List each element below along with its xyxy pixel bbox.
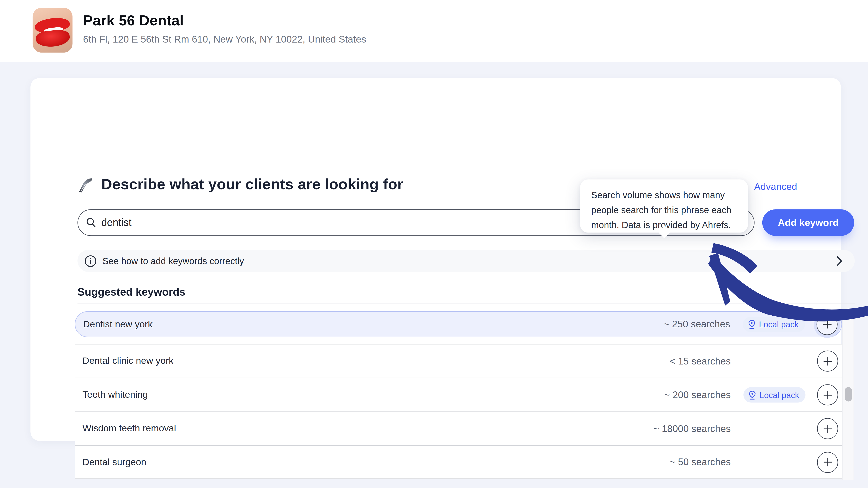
keyword-label: Dental clinic new york	[83, 356, 670, 367]
local-pack-label: Local pack	[760, 390, 799, 399]
page-header: Park 56 Dental 6th Fl, 120 E 56th St Rm …	[0, 0, 868, 62]
badge-column: Local pack	[731, 387, 817, 402]
keyword-row[interactable]: Dental surgeon ~ 50 searches	[75, 445, 842, 479]
keywords-card: Describe what your clients are looking f…	[30, 78, 841, 441]
info-banner[interactable]: See how to add keywords correctly	[78, 250, 855, 272]
add-keyword-row-button[interactable]	[817, 452, 838, 472]
plus-icon	[823, 390, 832, 399]
keyword-label: Teeth whitening	[83, 389, 664, 400]
scrollbar-thumb[interactable]	[845, 387, 852, 401]
add-keyword-row-button[interactable]	[816, 314, 838, 335]
business-logo	[33, 8, 73, 53]
search-volume: ~ 18000 searches	[653, 423, 731, 435]
list-scrollbar[interactable]	[842, 310, 854, 480]
business-name: Park 56 Dental	[83, 12, 184, 29]
tooltip-text-line: people search for this phrase each	[591, 203, 737, 218]
keyword-row[interactable]: Dentist new york ~ 250 searches Local pa…	[75, 311, 842, 337]
add-keyword-row-button[interactable]	[817, 384, 838, 405]
search-volume: ~ 250 searches	[663, 318, 730, 330]
badge-column: Local pack	[730, 316, 816, 332]
page-title: Describe what your clients are looking f…	[101, 176, 403, 193]
keyword-list: Dentist new york ~ 250 searches Local pa…	[75, 310, 842, 479]
chevron-right-icon[interactable]	[837, 255, 843, 266]
tooltip-text-line: Search volume shows how many	[591, 188, 737, 203]
search-icon	[86, 217, 96, 227]
plus-icon	[823, 319, 832, 329]
add-keyword-row-button[interactable]	[817, 350, 838, 372]
add-keyword-row-button[interactable]	[817, 418, 838, 439]
divider	[78, 303, 855, 303]
pen-nib-icon	[78, 176, 94, 193]
business-address: 6th Fl, 120 E 56th St Rm 610, New York, …	[83, 34, 366, 45]
keyword-row[interactable]: Teeth whitening ~ 200 searches Local pac…	[75, 378, 842, 411]
keyword-label: Dental surgeon	[83, 457, 670, 467]
location-pin-icon	[748, 390, 756, 399]
card-heading: Describe what your clients are looking f…	[78, 176, 403, 193]
keyword-row[interactable]: Wisdom teeth removal ~ 18000 searches	[75, 411, 842, 445]
plus-icon	[823, 424, 832, 433]
plus-icon	[823, 457, 832, 467]
info-banner-label: See how to add keywords correctly	[102, 255, 244, 266]
info-icon	[84, 254, 97, 267]
local-pack-badge: Local pack	[743, 387, 805, 402]
plus-icon	[823, 357, 832, 366]
search-volume: ~ 50 searches	[670, 456, 731, 468]
location-pin-icon	[748, 319, 755, 329]
search-volume-tooltip: Search volume shows how many people sear…	[580, 180, 748, 233]
local-pack-badge: Local pack	[743, 316, 805, 332]
keyword-label: Dentist new york	[83, 319, 664, 330]
local-pack-label: Local pack	[759, 319, 799, 329]
keyword-row[interactable]: Dental clinic new york < 15 searches	[75, 344, 842, 378]
add-keyword-button[interactable]: Add keyword	[762, 209, 854, 236]
keyword-label: Wisdom teeth removal	[83, 423, 653, 434]
search-volume: ~ 200 searches	[664, 389, 731, 401]
suggested-keywords-heading: Suggested keywords	[78, 286, 186, 299]
advanced-link[interactable]: Advanced	[754, 181, 797, 193]
search-volume: < 15 searches	[670, 355, 731, 367]
